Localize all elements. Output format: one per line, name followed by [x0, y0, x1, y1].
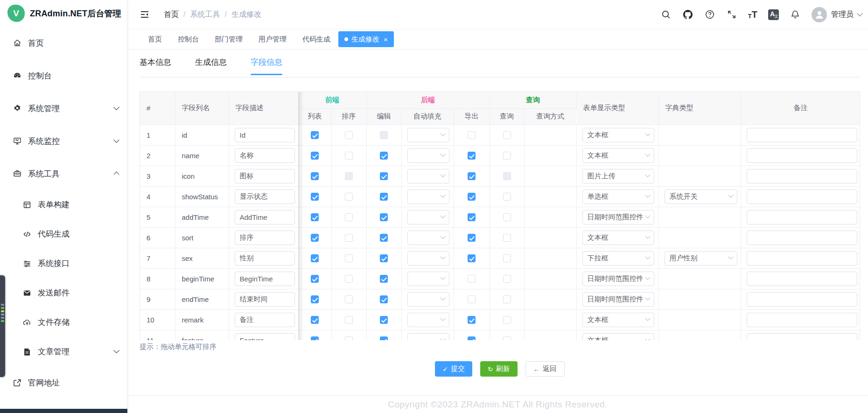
tag-active[interactable]: 生成修改× — [338, 31, 394, 47]
description-input[interactable] — [235, 189, 295, 204]
remark-input[interactable] — [747, 210, 857, 224]
remark-input[interactable] — [747, 292, 857, 307]
dict-type-select[interactable]: 用户性别 — [665, 251, 737, 266]
list-checkbox[interactable] — [311, 213, 319, 221]
back-button[interactable]: ← 返回 — [525, 361, 565, 377]
description-input[interactable] — [235, 128, 295, 142]
description-input[interactable] — [235, 210, 295, 224]
sort-checkbox[interactable] — [345, 152, 353, 160]
list-checkbox[interactable] — [311, 254, 319, 262]
form-type-select[interactable]: 日期时间范围控件 — [582, 292, 654, 307]
edit-checkbox[interactable] — [380, 152, 388, 160]
description-input[interactable] — [235, 169, 295, 183]
edit-checkbox[interactable] — [380, 275, 388, 283]
list-checkbox[interactable] — [311, 275, 319, 283]
export-checkbox[interactable] — [468, 193, 476, 201]
remark-input[interactable] — [747, 148, 857, 163]
autofill-select[interactable] — [407, 292, 449, 307]
query-checkbox[interactable] — [503, 213, 511, 221]
edit-checkbox[interactable] — [380, 172, 388, 180]
list-checkbox[interactable] — [311, 152, 319, 160]
edit-checkbox[interactable] — [380, 213, 388, 221]
query-checkbox[interactable] — [503, 152, 511, 160]
form-type-select[interactable]: 日期时间范围控件 — [582, 272, 654, 286]
refresh-button[interactable]: ↻ 刷新 — [480, 361, 518, 377]
list-checkbox[interactable] — [311, 316, 319, 324]
autofill-select[interactable] — [407, 333, 449, 341]
sidebar-item-系统工具[interactable]: 系统工具 — [0, 157, 127, 190]
fullscreen-icon[interactable] — [726, 9, 737, 20]
export-checkbox[interactable] — [468, 152, 476, 160]
edit-checkbox[interactable] — [380, 193, 388, 201]
form-type-select[interactable]: 文本框 — [582, 148, 654, 163]
tab-生成信息[interactable]: 生成信息 — [195, 57, 227, 75]
export-checkbox[interactable] — [468, 275, 476, 283]
export-checkbox[interactable] — [468, 131, 476, 139]
form-type-select[interactable]: 文本框 — [582, 333, 654, 341]
autofill-select[interactable] — [407, 272, 449, 286]
query-checkbox[interactable] — [503, 172, 511, 180]
query-checkbox[interactable] — [503, 254, 511, 262]
edit-checkbox[interactable] — [380, 131, 388, 139]
export-checkbox[interactable] — [468, 213, 476, 221]
form-type-select[interactable]: 文本框 — [582, 231, 654, 245]
list-checkbox[interactable] — [311, 234, 319, 242]
tag-部门管理[interactable]: 部门管理 — [207, 31, 251, 47]
query-checkbox[interactable] — [503, 193, 511, 201]
description-input[interactable] — [235, 272, 295, 286]
dict-type-select[interactable]: 系统开关 — [665, 189, 737, 204]
description-input[interactable] — [235, 148, 295, 163]
sidebar-item-文件存储[interactable]: 文件存储 — [0, 308, 127, 337]
list-checkbox[interactable] — [311, 172, 319, 180]
tag-代码生成[interactable]: 代码生成 — [294, 31, 338, 47]
breadcrumb-system-tools[interactable]: 系统工具 — [190, 10, 220, 20]
list-checkbox[interactable] — [311, 336, 319, 340]
edit-checkbox[interactable] — [380, 234, 388, 242]
sort-checkbox[interactable] — [345, 213, 353, 221]
autofill-select[interactable] — [407, 251, 449, 266]
sort-checkbox[interactable] — [345, 316, 353, 324]
sort-checkbox[interactable] — [345, 336, 353, 340]
remark-input[interactable] — [747, 189, 857, 204]
form-type-select[interactable]: 图片上传 — [582, 169, 654, 183]
export-checkbox[interactable] — [468, 295, 476, 303]
remark-input[interactable] — [747, 231, 857, 245]
sidebar-item-官网地址[interactable]: 官网地址 — [0, 366, 127, 399]
remark-input[interactable] — [747, 333, 857, 341]
remark-input[interactable] — [747, 313, 857, 327]
sort-checkbox[interactable] — [345, 295, 353, 303]
description-input[interactable] — [235, 231, 295, 245]
export-checkbox[interactable] — [468, 234, 476, 242]
autofill-select[interactable] — [407, 210, 449, 224]
autofill-select[interactable] — [407, 148, 449, 163]
edit-checkbox[interactable] — [380, 254, 388, 262]
description-input[interactable] — [235, 313, 295, 327]
form-type-select[interactable]: 日期时间范围控件 — [582, 210, 654, 224]
export-checkbox[interactable] — [468, 254, 476, 262]
remark-input[interactable] — [747, 251, 857, 266]
autofill-select[interactable] — [407, 128, 449, 142]
left-edge-widget[interactable] — [0, 275, 5, 377]
autofill-select[interactable] — [407, 231, 449, 245]
export-checkbox[interactable] — [468, 336, 476, 340]
tag-控制台[interactable]: 控制台 — [170, 31, 207, 47]
form-type-select[interactable]: 文本框 — [582, 128, 654, 142]
collapse-sidebar-icon[interactable] — [139, 9, 150, 20]
help-icon[interactable] — [704, 9, 715, 20]
sidebar-item-系统管理[interactable]: 系统管理 — [0, 92, 127, 125]
sidebar-item-首页[interactable]: 首页 — [0, 27, 127, 59]
remark-input[interactable] — [747, 169, 857, 183]
search-icon[interactable] — [660, 9, 672, 20]
user-menu[interactable]: 管理员 — [812, 7, 862, 22]
query-checkbox[interactable] — [503, 131, 511, 139]
description-input[interactable] — [235, 292, 295, 307]
sort-checkbox[interactable] — [345, 131, 353, 139]
github-icon[interactable] — [682, 9, 693, 20]
sort-checkbox[interactable] — [345, 275, 353, 283]
list-checkbox[interactable] — [311, 295, 319, 303]
query-checkbox[interactable] — [503, 316, 511, 324]
autofill-select[interactable] — [407, 189, 449, 204]
form-type-select[interactable]: 下拉框 — [582, 251, 654, 266]
tag-首页[interactable]: 首页 — [140, 31, 170, 47]
sidebar-item-控制台[interactable]: 控制台 — [0, 59, 127, 92]
